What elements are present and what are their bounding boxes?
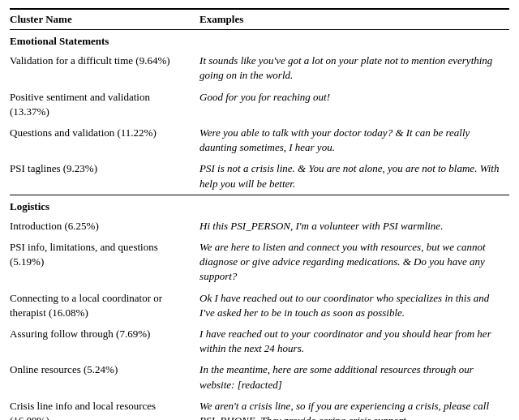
table-row: Validation for a difficult time (9.64%)I… — [10, 50, 509, 86]
cluster-name: Crisis line info and local resources (16… — [10, 396, 199, 420]
table-row: Positive sentiment and validation (13.37… — [10, 87, 509, 122]
section-header-row: Logistics — [10, 195, 509, 216]
section-header-row: Emotional Statements — [10, 30, 509, 51]
cluster-name: Online resources (5.24%) — [10, 359, 199, 395]
cluster-name: PSI info, limitations, and questions (5.… — [10, 237, 199, 288]
table-row: PSI info, limitations, and questions (5.… — [10, 237, 509, 288]
column-header-examples: Examples — [199, 9, 509, 30]
example-text: I have reached out to your coordinator a… — [199, 324, 509, 359]
table-row: Assuring follow through (7.69%)I have re… — [10, 324, 509, 359]
section-label: Logistics — [10, 195, 509, 216]
table-row: Online resources (5.24%)In the meantime,… — [10, 359, 509, 395]
cluster-name: Validation for a difficult time (9.64%) — [10, 50, 199, 86]
table-row: PSI taglines (9.23%)PSI is not a crisis … — [10, 158, 509, 195]
example-text: Hi this PSI_PERSON, I'm a volunteer with… — [199, 216, 509, 237]
table-row: Connecting to a local coordinator or the… — [10, 288, 509, 324]
table-row: Crisis line info and local resources (16… — [10, 396, 509, 420]
section-label: Emotional Statements — [10, 30, 509, 51]
example-text: In the meantime, here are some additiona… — [199, 359, 509, 395]
example-text: Good for you for reaching out! — [199, 87, 509, 122]
table-row: Introduction (6.25%)Hi this PSI_PERSON, … — [10, 216, 509, 237]
example-text: PSI is not a crisis line. & You are not … — [199, 158, 509, 195]
cluster-name: Connecting to a local coordinator or the… — [10, 288, 199, 324]
cluster-name: Assuring follow through (7.69%) — [10, 324, 199, 359]
example-text: We aren't a crisis line, so if you are e… — [199, 396, 509, 420]
cluster-name: Introduction (6.25%) — [10, 216, 199, 237]
column-header-cluster: Cluster Name — [10, 9, 199, 30]
example-text: Were you able to talk with your doctor t… — [199, 122, 509, 158]
example-text: We are here to listen and connect you wi… — [199, 237, 509, 288]
cluster-name: Questions and validation (11.22%) — [10, 122, 199, 158]
example-text: Ok I have reached out to our coordinator… — [199, 288, 509, 324]
cluster-name: Positive sentiment and validation (13.37… — [10, 87, 199, 122]
example-text: It sounds like you've got a lot on your … — [199, 50, 509, 86]
cluster-name: PSI taglines (9.23%) — [10, 158, 199, 195]
table-row: Questions and validation (11.22%)Were yo… — [10, 122, 509, 158]
